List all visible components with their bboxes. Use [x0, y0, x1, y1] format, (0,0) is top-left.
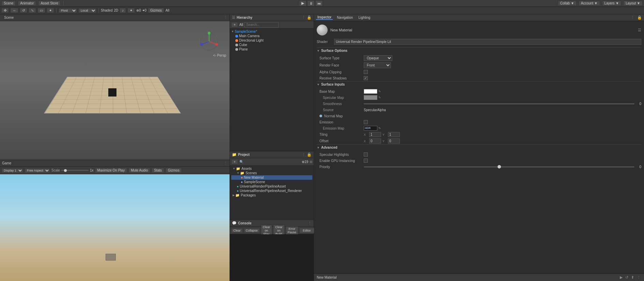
project-lock[interactable]: 🔒: [307, 152, 312, 157]
project-search-icon[interactable]: 🔍: [239, 160, 244, 164]
console-collapse-btn[interactable]: Collapse: [244, 228, 260, 233]
aspect-select[interactable]: Free Aspect: [25, 168, 50, 173]
material-lock-btn[interactable]: ☰: [638, 28, 641, 32]
alpha-clipping-checkbox[interactable]: [364, 70, 368, 74]
advanced-section[interactable]: ▼ Advanced: [317, 144, 641, 150]
move-tool-btn[interactable]: ↔: [10, 8, 18, 13]
asset-store-tab-btn[interactable]: Asset Store: [38, 1, 61, 6]
shader-value[interactable]: Universal Render Pipeline/Simple Lit: [334, 39, 641, 45]
inspector-menu[interactable]: ⋮: [631, 15, 634, 20]
project-new-material[interactable]: ● New Material: [231, 175, 312, 180]
scene-gizmo[interactable]: [199, 31, 219, 52]
stats-btn[interactable]: Stats: [152, 168, 164, 173]
scene-arrow[interactable]: ▼: [231, 30, 234, 33]
surface-type-dropdown[interactable]: Opaque Transparent: [364, 55, 392, 61]
play-button[interactable]: ▶: [299, 0, 307, 6]
lighting-tab[interactable]: Lighting: [357, 16, 372, 19]
game-tab-label[interactable]: Game: [2, 161, 11, 165]
project-grid-icon[interactable]: ⊞: [310, 160, 312, 164]
footer-save-btn[interactable]: ⬆: [630, 275, 635, 280]
priority-slider[interactable]: 0: [364, 165, 641, 169]
game-gizmos-btn[interactable]: Gizmos: [166, 168, 182, 173]
specular-map-swatch[interactable]: [364, 95, 377, 100]
inspector-tab[interactable]: Inspector: [316, 15, 333, 20]
smoothness-slider-container[interactable]: 0: [364, 102, 641, 106]
hierarchy-all-btn[interactable]: All: [239, 23, 243, 27]
render-face-dropdown[interactable]: Front Back Both: [364, 62, 391, 68]
account-btn[interactable]: Account ▼: [579, 1, 600, 6]
surface-inputs-section[interactable]: ▼ Surface Inputs: [317, 81, 641, 87]
gpu-instancing-checkbox[interactable]: [364, 159, 368, 163]
console-panel: 💬 Console ⋮ Clear Collapse Clear on Play…: [230, 220, 314, 281]
emission-map-edit-icon[interactable]: ✎: [378, 127, 381, 130]
hierarchy-search[interactable]: [245, 22, 279, 28]
local-select[interactable]: LocalGlobal: [78, 8, 96, 13]
project-scenes-folder[interactable]: ▼ 📁 Scenes: [231, 171, 312, 175]
offset-x-input[interactable]: [369, 138, 381, 144]
scenes-arrow[interactable]: ▼: [237, 172, 239, 175]
hierarchy-add-btn[interactable]: +: [231, 22, 238, 27]
hierarchy-menu[interactable]: ⋮: [302, 15, 305, 20]
project-urp-asset[interactable]: ● UniversalRenderPipelineAsset: [231, 184, 312, 189]
console-clear-btn[interactable]: Clear: [231, 228, 243, 233]
scale-tool-btn[interactable]: ⤡: [29, 8, 36, 13]
step-button[interactable]: ⏭: [315, 0, 323, 6]
project-menu[interactable]: ⋮: [302, 152, 305, 157]
scene-tab-label[interactable]: Scene: [2, 16, 16, 19]
console-menu[interactable]: ⋮: [308, 221, 312, 225]
console-error-pause-btn[interactable]: Error Pause: [286, 226, 299, 235]
game-canvas[interactable]: [0, 174, 230, 281]
scale-slider-container[interactable]: [61, 170, 89, 171]
mute-btn[interactable]: Mute Audio: [128, 168, 150, 173]
inspector-lock-icon[interactable]: 🔒: [637, 15, 642, 20]
base-map-edit-icon[interactable]: ✎: [378, 90, 381, 93]
project-urp-renderer[interactable]: ● UniversalRenderPipelineAsset_Renderer: [231, 189, 312, 193]
scene-canvas[interactable]: <- Persp: [0, 21, 230, 160]
surface-options-section[interactable]: ▼ Surface Options: [317, 47, 641, 54]
packages-arrow[interactable]: ▶: [233, 194, 235, 197]
hierarchy-item-directional-light[interactable]: Directional Light: [230, 38, 314, 43]
tiling-y-input[interactable]: [388, 132, 400, 137]
pivot-select[interactable]: PivotCenter: [59, 8, 77, 13]
game-menu-icon[interactable]: ⋮: [224, 161, 227, 165]
collab-btn[interactable]: Collab ▼: [558, 1, 577, 6]
footer-more-btn[interactable]: ⋮: [636, 275, 641, 280]
maximize-btn[interactable]: Maximize On Play: [95, 168, 127, 173]
hierarchy-item-main-camera[interactable]: Main Camera: [230, 34, 314, 38]
rect-tool-btn[interactable]: ▭: [37, 8, 45, 13]
gizmos-btn[interactable]: Gizmos: [148, 8, 164, 13]
scene-tab-btn[interactable]: Scene: [1, 1, 16, 6]
project-sample-scene[interactable]: ● SampleScene: [231, 180, 312, 184]
tiling-x-input[interactable]: [369, 132, 381, 137]
project-packages-folder[interactable]: ▶ 📁 Packages: [231, 193, 312, 197]
hierarchy-item-cube[interactable]: Cube: [230, 43, 314, 47]
layers-btn[interactable]: Layers ▼: [602, 1, 622, 6]
specular-map-edit-icon[interactable]: ✎: [378, 96, 381, 99]
display-select[interactable]: Display 1: [1, 168, 23, 173]
rotate-tool-btn[interactable]: ↺: [20, 8, 27, 13]
base-map-swatch[interactable]: [364, 89, 377, 94]
footer-reset-btn[interactable]: ↺: [625, 275, 629, 280]
project-add-btn[interactable]: +: [231, 159, 238, 164]
combined-tool-btn[interactable]: ✦: [47, 8, 54, 13]
hierarchy-scene-root[interactable]: ▼ SampleScene*: [230, 29, 314, 34]
offset-y-input[interactable]: [388, 138, 400, 144]
assets-arrow[interactable]: ▼: [233, 167, 235, 170]
surface-type-row: Surface Type Opaque Transparent: [317, 55, 641, 62]
animator-tab-btn[interactable]: Animator: [18, 1, 36, 6]
receive-shadows-checkbox[interactable]: ✓: [364, 76, 368, 80]
specular-highlights-checkbox[interactable]: [364, 152, 368, 157]
navigation-tab[interactable]: Navigation: [335, 16, 354, 19]
emission-checkbox[interactable]: [364, 120, 368, 124]
hierarchy-lock[interactable]: 🔒: [307, 15, 312, 20]
fx-btn[interactable]: ✦: [127, 8, 135, 13]
scene-menu-icon[interactable]: ⋮: [224, 15, 227, 20]
transform-tool-btn[interactable]: ✜: [1, 8, 9, 13]
pause-button[interactable]: ⏸: [307, 0, 315, 6]
project-assets-root[interactable]: ▼ 📁 Assets: [231, 166, 312, 171]
emission-map-swatch[interactable]: HDR: [364, 126, 377, 131]
audio-btn[interactable]: ♪: [120, 8, 126, 13]
hierarchy-item-plane[interactable]: Plane: [230, 47, 314, 51]
footer-play-btn[interactable]: ▶: [619, 275, 623, 280]
layout-btn[interactable]: Layout ▼: [623, 1, 643, 6]
